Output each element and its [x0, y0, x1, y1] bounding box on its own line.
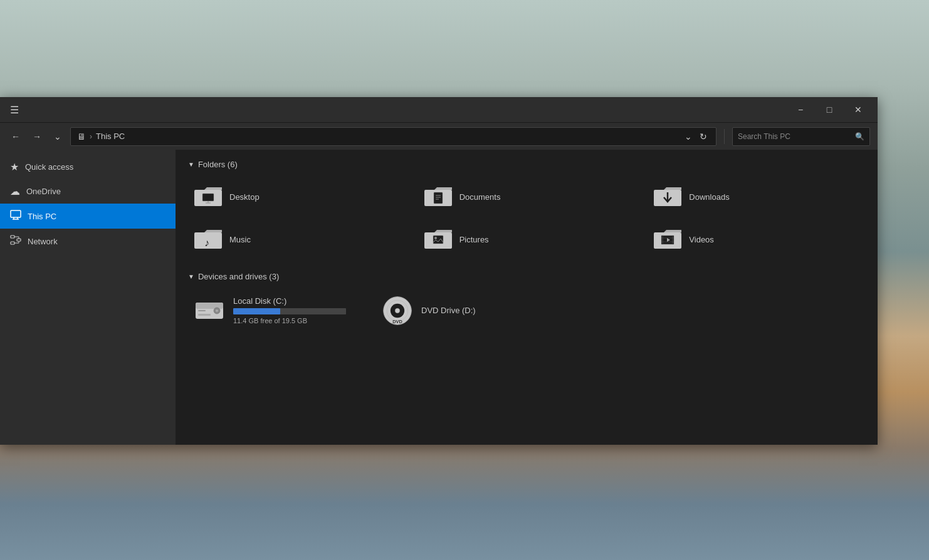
music-folder-icon: ♪ [193, 227, 223, 252]
local-disk-name: Local Disk (C:) [233, 296, 346, 306]
sidebar-item-network[interactable]: Network [0, 229, 176, 254]
address-dropdown-button[interactable]: ⌄ [682, 130, 695, 143]
forward-button[interactable]: → [29, 129, 45, 144]
network-icon [10, 235, 21, 247]
svg-rect-29 [661, 236, 663, 244]
drive-item-dvd[interactable]: DVD DVD Drive (D:) [376, 291, 481, 329]
documents-folder-icon [423, 184, 453, 209]
svg-rect-30 [672, 236, 674, 244]
svg-rect-39 [198, 310, 206, 311]
star-icon: ★ [10, 161, 19, 173]
svg-rect-38 [198, 314, 211, 316]
search-divider [724, 129, 725, 144]
pictures-folder-label: Pictures [459, 235, 489, 244]
local-disk-progress-bar [233, 308, 346, 314]
svg-point-26 [434, 237, 437, 239]
svg-rect-5 [11, 242, 14, 244]
sidebar-label-this-pc: This PC [28, 212, 56, 221]
pictures-folder-icon [423, 227, 453, 252]
address-bar[interactable]: 🖥 › This PC ⌄ ↻ [70, 127, 716, 146]
dvd-icon: DVD [381, 297, 414, 324]
sidebar: ★ Quick access ☁ OneDrive This PC [0, 150, 176, 445]
drives-section-header[interactable]: ▼ Devices and drives (3) [188, 272, 865, 281]
dvd-drive-name: DVD Drive (D:) [421, 306, 476, 315]
minimize-button[interactable]: − [786, 97, 815, 122]
hdd-icon [193, 297, 226, 324]
svg-rect-0 [11, 210, 21, 217]
drives-chevron-icon: ▼ [188, 273, 194, 280]
cloud-icon: ☁ [10, 185, 20, 197]
local-disk-progress-fill [233, 308, 280, 314]
local-disk-info: Local Disk (C:) 11.4 GB free of 19.5 GB [233, 296, 346, 324]
address-separator: › [90, 132, 92, 141]
recent-locations-button[interactable]: ⌄ [50, 129, 65, 144]
drive-item-local-disk[interactable]: Local Disk (C:) 11.4 GB free of 19.5 GB [188, 291, 351, 329]
svg-rect-4 [11, 236, 14, 238]
music-folder-label: Music [229, 235, 251, 244]
documents-folder-label: Documents [459, 192, 501, 202]
sidebar-label-quick-access: Quick access [25, 162, 73, 172]
file-explorer-window: ☰ − □ ✕ ← → ⌄ 🖥 › This PC ⌄ ↻ Search Thi… [0, 97, 878, 445]
folder-item-videos[interactable]: Videos [648, 222, 865, 257]
svg-point-37 [216, 309, 218, 312]
svg-point-43 [395, 308, 399, 313]
svg-rect-16 [434, 192, 443, 204]
drives-section-label: Devices and drives (3) [198, 272, 279, 281]
folder-item-documents[interactable]: Documents [418, 179, 636, 214]
search-placeholder-text: Search This PC [738, 132, 790, 141]
toolbar: ← → ⌄ 🖥 › This PC ⌄ ↻ Search This PC 🔍 [0, 122, 878, 150]
sidebar-item-onedrive[interactable]: ☁ OneDrive [0, 179, 176, 204]
downloads-folder-label: Downloads [689, 192, 729, 202]
hamburger-menu-icon[interactable]: ☰ [5, 101, 24, 118]
main-layout: ★ Quick access ☁ OneDrive This PC [0, 150, 878, 445]
svg-text:DVD: DVD [392, 319, 402, 324]
folders-chevron-icon: ▼ [188, 161, 194, 168]
sidebar-label-onedrive: OneDrive [26, 187, 61, 196]
content-area: ▼ Folders (6) [176, 150, 878, 445]
monitor-icon: 🖥 [77, 132, 86, 142]
local-disk-space: 11.4 GB free of 19.5 GB [233, 317, 346, 324]
folder-item-music[interactable]: ♪ Music [188, 222, 406, 257]
folder-item-desktop[interactable]: Desktop [188, 179, 406, 214]
svg-rect-35 [196, 303, 223, 309]
folders-section-header[interactable]: ▼ Folders (6) [188, 160, 865, 169]
address-controls: ⌄ ↻ [682, 130, 710, 143]
folder-item-downloads[interactable]: Downloads [648, 179, 865, 214]
videos-folder-label: Videos [689, 235, 714, 244]
svg-text:♪: ♪ [204, 237, 209, 248]
videos-folder-icon [653, 227, 683, 252]
folders-section-label: Folders (6) [198, 160, 238, 169]
title-bar: ☰ − □ ✕ [0, 97, 878, 122]
sidebar-label-network: Network [28, 237, 58, 246]
desktop-folder-label: Desktop [229, 192, 260, 202]
title-bar-left: ☰ [5, 101, 24, 118]
svg-rect-12 [202, 194, 214, 201]
address-location: This PC [96, 132, 125, 141]
folders-grid: Desktop D [188, 179, 865, 257]
back-button[interactable]: ← [8, 129, 24, 144]
maximize-button[interactable]: □ [815, 97, 844, 122]
title-bar-controls: − □ ✕ [786, 97, 873, 122]
search-icon: 🔍 [855, 132, 864, 141]
search-bar[interactable]: Search This PC 🔍 [732, 127, 870, 146]
computer-icon [10, 210, 21, 222]
folder-item-pictures[interactable]: Pictures [418, 222, 636, 257]
drives-grid: Local Disk (C:) 11.4 GB free of 19.5 GB [188, 291, 865, 329]
sidebar-item-this-pc[interactable]: This PC [0, 204, 176, 229]
sidebar-item-quick-access[interactable]: ★ Quick access [0, 155, 176, 179]
downloads-folder-icon [653, 184, 683, 209]
desktop-folder-icon [193, 184, 223, 209]
refresh-button[interactable]: ↻ [697, 130, 710, 143]
close-button[interactable]: ✕ [844, 97, 873, 122]
